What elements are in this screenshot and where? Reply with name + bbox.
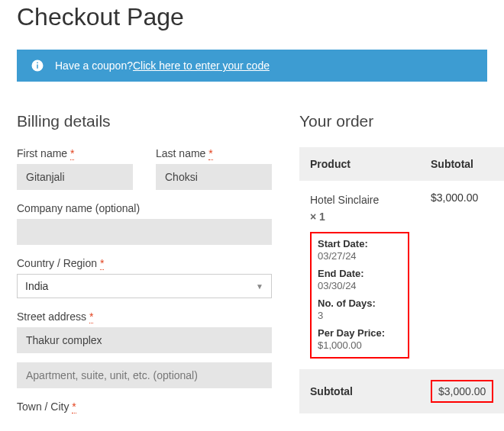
coupon-prompt-text: Have a coupon?	[55, 60, 133, 72]
order-line-item: Hotel Sinclaire × 1 Start Date: 03/27/24…	[299, 181, 504, 369]
start-date-value: 03/27/24	[318, 250, 402, 262]
last-name-label: Last name *	[156, 147, 272, 159]
per-day-label: Per Day Price:	[318, 327, 402, 339]
country-label: Country / Region *	[17, 257, 272, 269]
days-value: 3	[318, 310, 402, 321]
page-title: Checkout Page	[17, 3, 487, 31]
company-input[interactable]	[17, 219, 272, 245]
company-label: Company name (optional)	[17, 202, 272, 214]
required-indicator: *	[72, 400, 76, 413]
last-name-input[interactable]	[156, 164, 272, 190]
required-indicator: *	[89, 310, 93, 323]
start-date-label: Start Date:	[318, 238, 402, 249]
coupon-notice: Have a coupon? Click here to enter your …	[17, 50, 487, 82]
svg-rect-1	[37, 65, 38, 69]
product-name: Hotel Sinclaire × 1	[310, 191, 409, 226]
subtotal-label: Subtotal	[299, 369, 420, 413]
end-date-label: End Date:	[318, 268, 402, 279]
required-indicator: *	[70, 147, 74, 160]
country-select[interactable]: India ▼	[17, 274, 272, 298]
street-label: Street address *	[17, 310, 272, 323]
coupon-link[interactable]: Click here to enter your code	[133, 60, 270, 72]
per-day-value: $1,000.00	[318, 339, 402, 351]
first-name-input[interactable]	[17, 164, 133, 190]
street-address-2-input[interactable]	[17, 362, 272, 388]
info-icon	[31, 59, 44, 72]
town-label: Town / City *	[17, 400, 272, 413]
subtotal-row: Subtotal $3,000.00	[299, 369, 504, 413]
country-select-value: India	[25, 280, 48, 292]
chevron-down-icon: ▼	[256, 282, 263, 291]
subtotal-value: $3,000.00	[431, 380, 493, 403]
billing-heading: Billing details	[17, 112, 272, 130]
street-address-1-input[interactable]	[17, 327, 272, 353]
product-header: Product	[299, 147, 420, 181]
first-name-label: First name *	[17, 147, 133, 159]
required-indicator: *	[208, 147, 212, 160]
subtotal-header: Subtotal	[420, 147, 504, 181]
required-indicator: *	[100, 257, 104, 270]
line-total: $3,000.00	[420, 181, 504, 369]
order-table: Product Subtotal Hotel Sinclaire × 1	[299, 147, 504, 413]
svg-rect-2	[37, 63, 38, 64]
booking-details-box: Start Date: 03/27/24 End Date: 03/30/24 …	[310, 232, 409, 359]
end-date-value: 03/30/24	[318, 280, 402, 291]
order-heading: Your order	[299, 112, 487, 130]
days-label: No. of Days:	[318, 298, 402, 309]
